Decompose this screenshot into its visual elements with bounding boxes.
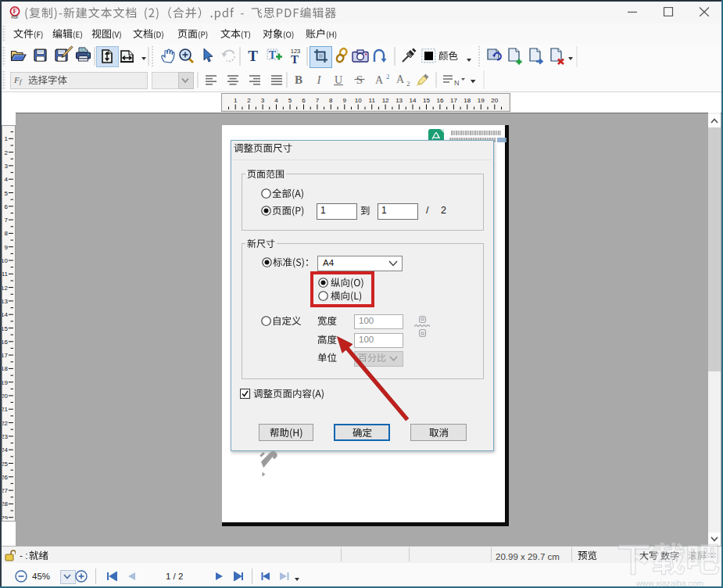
svg-text:3: 3 [5, 163, 9, 170]
svg-text:10: 10 [355, 97, 362, 104]
svg-text:1: 1 [5, 135, 9, 142]
svg-text:20: 20 [491, 97, 498, 104]
svg-text:27: 27 [2, 487, 9, 494]
svg-text:11: 11 [369, 97, 376, 104]
svg-text:6: 6 [302, 97, 306, 104]
svg-text:12: 12 [382, 97, 389, 104]
svg-text:19: 19 [2, 379, 9, 386]
svg-text:3: 3 [261, 97, 265, 104]
svg-text:16: 16 [2, 339, 9, 346]
svg-text:1: 1 [234, 97, 238, 104]
svg-text:13: 13 [396, 97, 403, 104]
svg-text:4: 4 [5, 176, 9, 183]
svg-text:15: 15 [423, 97, 430, 104]
svg-text:13: 13 [2, 298, 9, 305]
svg-text:29: 29 [2, 514, 9, 519]
svg-text:17: 17 [2, 352, 9, 359]
svg-text:23: 23 [2, 433, 9, 440]
svg-text:N: N [454, 79, 460, 86]
svg-text:2: 2 [406, 80, 410, 87]
svg-text:9: 9 [5, 244, 9, 251]
svg-text:T: T [291, 53, 299, 64]
svg-text:14: 14 [410, 97, 417, 104]
svg-text:2: 2 [247, 97, 251, 104]
svg-text:F: F [13, 7, 16, 15]
svg-text:7: 7 [5, 217, 9, 224]
svg-text:5: 5 [288, 97, 292, 104]
svg-text:11: 11 [2, 271, 9, 278]
svg-text:5: 5 [5, 190, 9, 197]
svg-text:12: 12 [2, 285, 9, 292]
svg-text:4: 4 [274, 97, 278, 104]
svg-text:f: f [20, 77, 23, 85]
svg-text:21: 21 [2, 406, 9, 413]
svg-text:8: 8 [329, 97, 333, 104]
svg-text:28: 28 [2, 500, 9, 507]
svg-text:123: 123 [291, 48, 301, 55]
svg-text:18: 18 [2, 365, 9, 372]
svg-text:PDF: PDF [12, 16, 19, 19]
svg-text:16: 16 [436, 97, 443, 104]
svg-text:I: I [317, 74, 322, 86]
svg-text:A: A [396, 74, 405, 85]
svg-text:F: F [14, 75, 20, 84]
svg-text:25: 25 [2, 461, 9, 468]
svg-text:8: 8 [5, 230, 9, 237]
svg-text:2: 2 [5, 149, 9, 156]
svg-text:17: 17 [450, 97, 457, 104]
svg-text:26: 26 [2, 474, 9, 481]
svg-text:10: 10 [2, 257, 9, 264]
svg-text:22: 22 [2, 420, 9, 427]
svg-text:7: 7 [316, 97, 320, 104]
svg-text:18: 18 [464, 97, 471, 104]
svg-text:U: U [335, 74, 342, 86]
svg-text:A: A [375, 74, 384, 86]
svg-text:T: T [269, 49, 277, 61]
svg-text:19: 19 [478, 97, 485, 104]
svg-text:20: 20 [2, 393, 9, 400]
svg-text:6: 6 [5, 203, 9, 210]
svg-text:14: 14 [2, 311, 9, 318]
svg-text:2: 2 [386, 73, 389, 81]
svg-text:B: B [295, 74, 302, 86]
svg-text:T: T [248, 48, 258, 63]
svg-text:9: 9 [343, 97, 347, 104]
svg-text:15: 15 [2, 325, 9, 332]
svg-text:24: 24 [2, 446, 9, 454]
